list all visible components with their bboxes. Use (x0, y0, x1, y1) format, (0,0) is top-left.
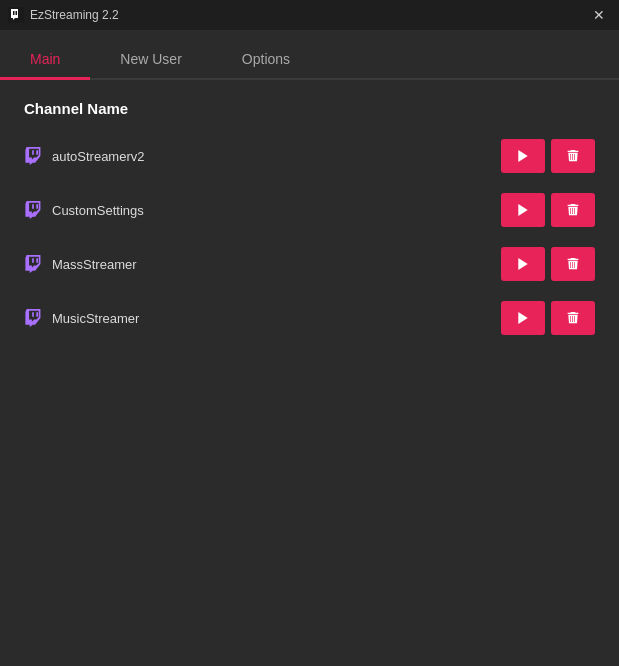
user-name: autoStreamerv2 (52, 149, 145, 164)
user-actions-0 (501, 139, 595, 173)
channel-name-header: Channel Name (24, 100, 595, 117)
user-left-1: CustomSettings (24, 200, 144, 220)
user-actions-3 (501, 301, 595, 335)
user-row: MassStreamer (24, 237, 595, 291)
user-name: MassStreamer (52, 257, 137, 272)
play-button[interactable] (501, 247, 545, 281)
svg-marker-5 (518, 258, 527, 270)
svg-marker-3 (518, 150, 527, 162)
svg-rect-2 (16, 11, 18, 15)
play-button[interactable] (501, 301, 545, 335)
tab-options[interactable]: Options (212, 41, 320, 80)
user-row: MusicStreamer (24, 291, 595, 345)
svg-rect-1 (13, 11, 15, 15)
twitch-icon (24, 146, 44, 166)
user-name: CustomSettings (52, 203, 144, 218)
app-title: EzStreaming 2.2 (30, 8, 119, 22)
svg-marker-4 (518, 204, 527, 216)
close-button[interactable]: ✕ (587, 6, 611, 24)
user-row: autoStreamerv2 (24, 129, 595, 183)
user-left-3: MusicStreamer (24, 308, 139, 328)
svg-marker-6 (518, 312, 527, 324)
play-button[interactable] (501, 193, 545, 227)
tab-bar: Main New User Options (0, 30, 619, 80)
user-name: MusicStreamer (52, 311, 139, 326)
user-left-2: MassStreamer (24, 254, 137, 274)
tab-new-user[interactable]: New User (90, 41, 211, 80)
title-bar: EzStreaming 2.2 ✕ (0, 0, 619, 30)
twitch-icon (24, 200, 44, 220)
twitch-icon (24, 254, 44, 274)
delete-button[interactable] (551, 301, 595, 335)
user-actions-1 (501, 193, 595, 227)
user-list: autoStreamerv2 CustomSettings (24, 129, 595, 345)
delete-button[interactable] (551, 247, 595, 281)
user-actions-2 (501, 247, 595, 281)
tab-main[interactable]: Main (0, 41, 90, 80)
play-button[interactable] (501, 139, 545, 173)
title-bar-left: EzStreaming 2.2 (8, 7, 119, 23)
delete-button[interactable] (551, 193, 595, 227)
twitch-icon (24, 308, 44, 328)
user-row: CustomSettings (24, 183, 595, 237)
app-icon (8, 7, 24, 23)
delete-button[interactable] (551, 139, 595, 173)
user-left-0: autoStreamerv2 (24, 146, 145, 166)
main-content: Channel Name autoStreamerv2 (0, 80, 619, 365)
